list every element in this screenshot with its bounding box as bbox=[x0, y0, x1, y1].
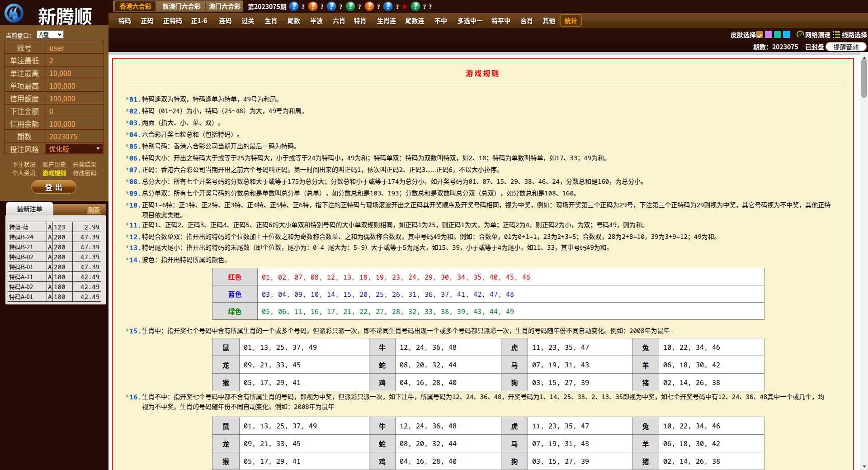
svg-text:?: ? bbox=[367, 1, 371, 11]
svg-text:?: ? bbox=[292, 1, 296, 11]
svg-text:?: ? bbox=[311, 1, 315, 11]
svg-text:?: ? bbox=[330, 1, 334, 11]
svg-text:?: ? bbox=[386, 1, 390, 11]
svg-text:?: ? bbox=[413, 1, 417, 11]
svg-text:?: ? bbox=[349, 1, 353, 11]
